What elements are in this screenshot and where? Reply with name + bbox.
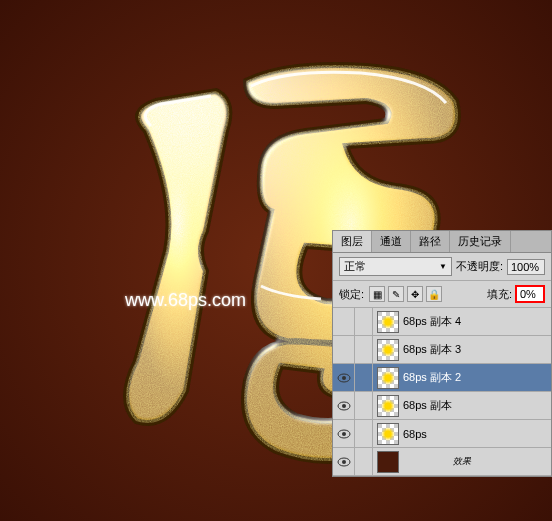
tab-history[interactable]: 历史记录 [450, 231, 511, 252]
eye-icon [337, 457, 351, 467]
layers-list: 68ps 副本 4 68ps 副本 3 68ps 副本 2 68ps 副本 [333, 308, 551, 476]
chevron-down-icon: ▼ [439, 262, 447, 271]
svg-point-5 [342, 432, 346, 436]
layer-row[interactable]: 效果 [333, 448, 551, 476]
panel-tabs: 图层 通道 路径 历史记录 [333, 231, 551, 253]
opacity-label: 不透明度: [456, 259, 503, 274]
svg-point-3 [342, 404, 346, 408]
lock-position-icon[interactable]: ✥ [407, 286, 423, 302]
link-col [355, 336, 373, 364]
opacity-input[interactable]: 100% [507, 259, 545, 275]
layer-thumbnail[interactable] [377, 367, 399, 389]
lock-transparency-icon[interactable]: ▦ [369, 286, 385, 302]
eye-icon [337, 373, 351, 383]
layer-name[interactable]: 68ps 副本 2 [403, 370, 551, 385]
svg-point-7 [342, 460, 346, 464]
link-col [355, 448, 373, 476]
visibility-toggle[interactable] [333, 336, 355, 364]
lock-label: 锁定: [339, 287, 364, 302]
layer-name[interactable]: 68ps 副本 3 [403, 342, 551, 357]
tab-channels[interactable]: 通道 [372, 231, 411, 252]
visibility-toggle[interactable] [333, 448, 355, 476]
visibility-toggle[interactable] [333, 420, 355, 448]
layer-name[interactable]: 68ps [403, 428, 551, 440]
layer-row[interactable]: 68ps [333, 420, 551, 448]
link-col [355, 420, 373, 448]
lock-pixels-icon[interactable]: ✎ [388, 286, 404, 302]
layer-name[interactable]: 68ps 副本 [403, 398, 551, 413]
svg-point-1 [342, 376, 346, 380]
layer-thumbnail[interactable] [377, 423, 399, 445]
visibility-toggle[interactable] [333, 308, 355, 336]
layer-thumbnail[interactable] [377, 451, 399, 473]
tab-layers[interactable]: 图层 [333, 231, 372, 252]
fill-input[interactable]: 0% [515, 285, 545, 303]
link-col [355, 364, 373, 392]
fill-label: 填充: [487, 287, 512, 302]
eye-icon [337, 429, 351, 439]
blend-mode-row: 正常 ▼ 不透明度: 100% [333, 253, 551, 281]
layer-row[interactable]: 68ps 副本 [333, 392, 551, 420]
tab-paths[interactable]: 路径 [411, 231, 450, 252]
blend-mode-value: 正常 [344, 259, 366, 274]
layers-panel: 图层 通道 路径 历史记录 正常 ▼ 不透明度: 100% 锁定: ▦ ✎ ✥ … [332, 230, 552, 477]
link-col [355, 308, 373, 336]
layer-thumbnail[interactable] [377, 311, 399, 333]
visibility-toggle[interactable] [333, 392, 355, 420]
visibility-toggle[interactable] [333, 364, 355, 392]
layer-row[interactable]: 68ps 副本 3 [333, 336, 551, 364]
fx-label[interactable]: 效果 [403, 455, 551, 468]
layer-thumbnail[interactable] [377, 395, 399, 417]
blend-mode-select[interactable]: 正常 ▼ [339, 257, 452, 276]
layer-name[interactable]: 68ps 副本 4 [403, 314, 551, 329]
layer-thumbnail[interactable] [377, 339, 399, 361]
eye-icon [337, 401, 351, 411]
layer-row[interactable]: 68ps 副本 2 [333, 364, 551, 392]
link-col [355, 392, 373, 420]
layer-row[interactable]: 68ps 副本 4 [333, 308, 551, 336]
watermark-text: www.68ps.com [125, 290, 246, 311]
lock-row: 锁定: ▦ ✎ ✥ 🔒 填充: 0% [333, 281, 551, 308]
lock-all-icon[interactable]: 🔒 [426, 286, 442, 302]
